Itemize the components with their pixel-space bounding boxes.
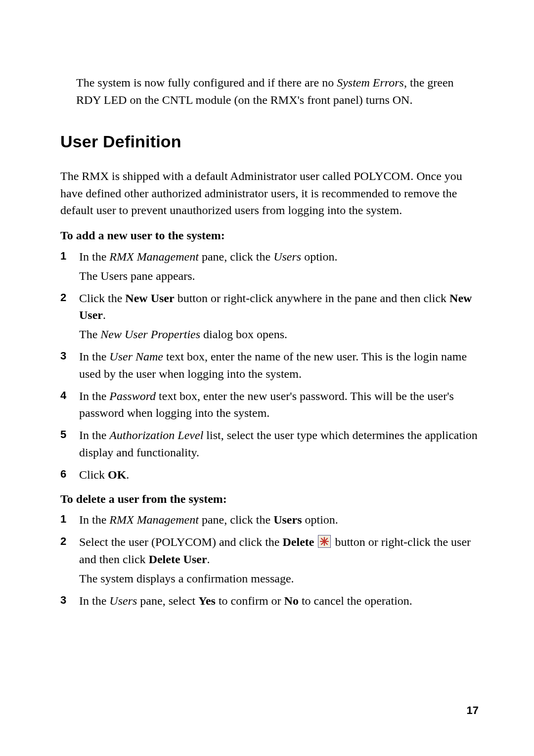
- text-run: pane, select: [137, 594, 198, 607]
- step-number: 2: [60, 534, 66, 549]
- step-number: 4: [60, 388, 66, 403]
- text-run: RMX Management: [109, 513, 199, 526]
- text-run: Delete User: [149, 553, 207, 566]
- page-number: 17: [467, 703, 479, 718]
- step-item: 3In the Users pane, select Yes to confir…: [60, 592, 479, 610]
- text-run: Delete: [283, 535, 314, 548]
- text-run: User Name: [109, 350, 163, 363]
- text-run: to confirm or: [216, 594, 284, 607]
- delete-user-heading: To delete a user from the system:: [60, 490, 479, 508]
- text-run: In the: [79, 390, 109, 402]
- step-text: Select the user (POLYCOM) and click the …: [79, 534, 479, 568]
- text-run: .: [126, 468, 129, 481]
- text-run: pane, click the: [199, 513, 273, 526]
- step-number: 5: [60, 427, 66, 443]
- step-number: 3: [60, 348, 66, 364]
- text-run: Users: [109, 594, 137, 607]
- step-item: 1In the RMX Management pane, click the U…: [60, 511, 479, 529]
- text-run: Password: [109, 390, 156, 402]
- text-run: dialog box opens.: [200, 328, 287, 341]
- add-user-heading: To add a new user to the system:: [60, 227, 479, 244]
- text-run: option.: [302, 513, 338, 526]
- step-text: In the RMX Management pane, click the Us…: [79, 248, 479, 266]
- text-run: New User Properties: [100, 328, 200, 341]
- step-follow-text: The system displays a confirmation messa…: [79, 570, 479, 587]
- text-run: In the: [79, 429, 109, 442]
- text-run: New User: [125, 292, 174, 305]
- section-body: The RMX is shipped with a default Admini…: [60, 168, 479, 219]
- step-follow-text: The Users pane appears.: [79, 267, 479, 285]
- text-run: In the: [79, 513, 109, 526]
- text-run: No: [284, 594, 299, 607]
- text-run: Click the: [79, 292, 125, 305]
- step-text: In the RMX Management pane, click the Us…: [79, 511, 479, 529]
- text-run: In the: [79, 350, 109, 363]
- text-run: .: [207, 553, 210, 566]
- step-item: 5In the Authorization Level list, select…: [60, 427, 479, 461]
- step-follow-text: The New User Properties dialog box opens…: [79, 326, 479, 343]
- step-number: 2: [60, 290, 66, 306]
- text-run: Yes: [198, 594, 216, 607]
- text-run: In the: [79, 594, 109, 607]
- step-text: In the Authorization Level list, select …: [79, 427, 479, 461]
- text-run: Select the user (POLYCOM) and click the: [79, 535, 283, 548]
- step-number: 1: [60, 511, 66, 527]
- italic-term: System Errors: [337, 76, 404, 89]
- delete-icon: [318, 535, 331, 548]
- document-page: The system is now fully configured and i…: [0, 0, 534, 756]
- add-user-steps: 1In the RMX Management pane, click the U…: [60, 248, 479, 484]
- text-run: to cancel the operation.: [299, 594, 412, 607]
- text-run: button or right-click anywhere in the pa…: [175, 292, 449, 305]
- text-run: Users: [273, 250, 301, 263]
- step-text: Click the New User button or right-click…: [79, 290, 479, 324]
- text-run: option.: [301, 250, 337, 263]
- step-item: 2Click the New User button or right-clic…: [60, 290, 479, 343]
- intro-text: The system is now fully configured and i…: [76, 74, 479, 109]
- step-text: Click OK.: [79, 466, 479, 484]
- text-run: The: [79, 328, 100, 341]
- step-number: 6: [60, 466, 66, 482]
- section-heading: User Definition: [60, 130, 479, 154]
- step-number: 3: [60, 592, 66, 608]
- text-run: .: [103, 309, 106, 321]
- step-item: 1In the RMX Management pane, click the U…: [60, 248, 479, 285]
- text-run: In the: [79, 250, 109, 263]
- step-text: In the User Name text box, enter the nam…: [79, 348, 479, 383]
- step-item: 6Click OK.: [60, 466, 479, 484]
- text-run: OK: [108, 468, 126, 481]
- delete-user-steps: 1In the RMX Management pane, click the U…: [60, 511, 479, 609]
- text-run: Click: [79, 468, 108, 481]
- intro-paragraph: The system is now fully configured and i…: [76, 74, 479, 109]
- text-run: pane, click the: [199, 250, 273, 263]
- step-item: 3In the User Name text box, enter the na…: [60, 348, 479, 383]
- text-run: RMX Management: [109, 250, 199, 263]
- text-run: The system is now fully configured and i…: [76, 76, 337, 89]
- text-run: Authorization Level: [109, 429, 203, 442]
- step-item: 4In the Password text box, enter the new…: [60, 388, 479, 422]
- step-text: In the Password text box, enter the new …: [79, 388, 479, 422]
- step-number: 1: [60, 248, 66, 264]
- step-text: In the Users pane, select Yes to confirm…: [79, 592, 479, 610]
- step-item: 2Select the user (POLYCOM) and click the…: [60, 534, 479, 587]
- text-run: [314, 535, 317, 548]
- text-run: Users: [273, 513, 302, 526]
